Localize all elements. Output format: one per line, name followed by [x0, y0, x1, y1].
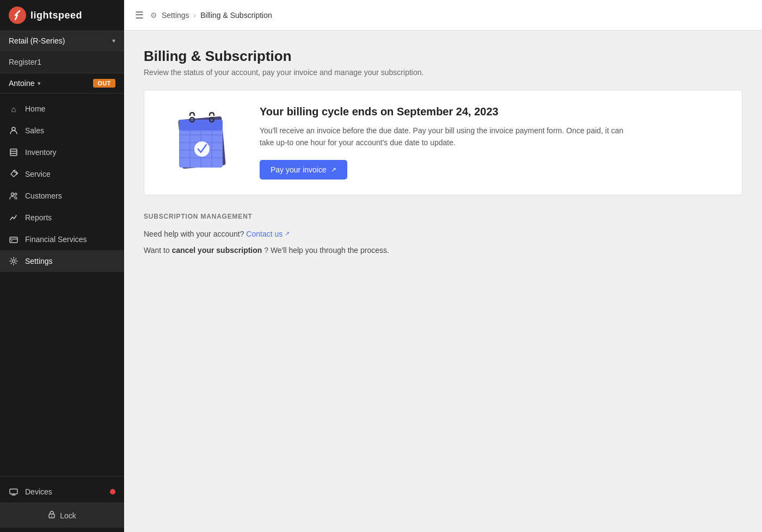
- svg-point-5: [11, 193, 14, 196]
- cancel-subscription-line: Want to cancel your subscription ? We'll…: [144, 244, 742, 256]
- breadcrumb-current: Billing & Subscription: [200, 11, 272, 20]
- store-name: Retail (R-Series): [9, 36, 65, 45]
- billing-cycle-title: Your billing cycle ends on September 24,…: [260, 106, 722, 118]
- breadcrumb-separator: ›: [194, 11, 196, 20]
- devices-left: Devices: [9, 487, 52, 497]
- lightspeed-logo-icon: [9, 7, 26, 24]
- svg-point-28: [194, 141, 210, 157]
- svg-point-15: [51, 516, 52, 517]
- subscription-management-section: SUBSCRIPTION MANAGEMENT Need help with y…: [144, 213, 742, 257]
- calendar-illustration: [164, 110, 240, 175]
- svg-rect-9: [11, 240, 13, 242]
- sidebar-nav: ⌂ Home Sales Inventory: [0, 94, 124, 476]
- store-selector[interactable]: Retail (R-Series) ▾: [0, 30, 124, 51]
- home-icon: ⌂: [9, 104, 19, 114]
- svg-rect-18: [179, 120, 223, 131]
- user-name: Antoine: [9, 79, 34, 88]
- sidebar-item-financial-services[interactable]: Financial Services: [0, 228, 124, 250]
- inventory-icon: [9, 147, 19, 157]
- sidebar-item-reports[interactable]: Reports: [0, 207, 124, 228]
- page-title: Billing & Subscription: [144, 48, 742, 65]
- svg-rect-11: [10, 489, 17, 494]
- logo-text: lightspeed: [30, 10, 82, 21]
- pay-invoice-label: Pay your invoice: [271, 165, 327, 174]
- sidebar-item-home[interactable]: ⌂ Home: [0, 98, 124, 120]
- cancel-subscription-bold: cancel your subscription: [172, 246, 262, 255]
- pay-invoice-button[interactable]: Pay your invoice ↗: [260, 160, 347, 180]
- breadcrumb: ⚙ Settings › Billing & Subscription: [150, 11, 272, 20]
- billing-card: Your billing cycle ends on September 24,…: [144, 90, 742, 195]
- sidebar: lightspeed Retail (R-Series) ▾ Register1…: [0, 0, 124, 532]
- register-label: Register1: [0, 51, 124, 73]
- sidebar-item-customers[interactable]: Customers: [0, 185, 124, 207]
- svg-point-10: [13, 260, 15, 263]
- main-content: ☰ ⚙ Settings › Billing & Subscription Bi…: [124, 0, 762, 532]
- sidebar-item-label: Sales: [25, 126, 44, 135]
- lock-button[interactable]: Lock: [0, 503, 124, 528]
- sidebar-item-devices[interactable]: Devices: [0, 481, 124, 503]
- svg-point-1: [12, 127, 15, 131]
- service-icon: [9, 169, 19, 179]
- settings-breadcrumb-icon: ⚙: [150, 11, 157, 20]
- hamburger-icon[interactable]: ☰: [135, 9, 144, 21]
- svg-rect-7: [10, 237, 17, 243]
- svg-point-6: [15, 193, 17, 195]
- user-name-area: Antoine ▾: [9, 79, 41, 88]
- contact-external-icon: ↗: [285, 229, 290, 239]
- sidebar-item-label: Settings: [25, 257, 53, 265]
- reports-icon: [9, 213, 19, 222]
- sidebar-item-service[interactable]: Service: [0, 163, 124, 185]
- sidebar-item-label: Inventory: [25, 148, 57, 157]
- user-row: Antoine ▾ OUT: [0, 73, 124, 94]
- contact-label: Contact us: [246, 228, 282, 240]
- sidebar-item-label: Financial Services: [25, 235, 87, 244]
- page-subtitle: Review the status of your account, pay y…: [144, 68, 742, 77]
- svg-rect-2: [10, 149, 17, 156]
- user-status-badge: OUT: [93, 79, 115, 88]
- billing-info: Your billing cycle ends on September 24,…: [260, 106, 722, 180]
- customers-icon: [9, 191, 19, 201]
- devices-alert-dot: [110, 489, 115, 494]
- topbar: ☰ ⚙ Settings › Billing & Subscription: [124, 0, 762, 30]
- cancel-text-prefix: Want to: [144, 246, 170, 255]
- contact-us-link[interactable]: Contact us ↗: [246, 228, 290, 240]
- sidebar-item-label: Service: [25, 170, 51, 178]
- content-area: Billing & Subscription Review the status…: [124, 30, 762, 532]
- lock-icon: [48, 511, 56, 520]
- devices-label: Devices: [25, 487, 52, 496]
- sidebar-item-label: Reports: [25, 213, 52, 222]
- settings-icon: [9, 256, 19, 266]
- sales-icon: [9, 126, 19, 135]
- user-chevron: ▾: [38, 80, 41, 87]
- sidebar-item-label: Home: [25, 104, 45, 113]
- lock-label: Lock: [60, 511, 76, 520]
- help-text-prefix: Need help with your account?: [144, 230, 244, 238]
- sidebar-item-settings[interactable]: Settings: [0, 250, 124, 272]
- help-text-line: Need help with your account? Contact us …: [144, 228, 742, 240]
- sidebar-logo: lightspeed: [0, 0, 124, 30]
- store-selector-chevron: ▾: [112, 37, 115, 45]
- sidebar-item-inventory[interactable]: Inventory: [0, 141, 124, 163]
- sidebar-item-sales[interactable]: Sales: [0, 120, 124, 141]
- external-link-icon: ↗: [331, 166, 336, 174]
- sidebar-item-label: Customers: [25, 191, 62, 200]
- billing-description: You'll receive an invoice before the due…: [260, 125, 630, 149]
- cancel-text-suffix: ? We'll help you through the process.: [264, 246, 389, 255]
- breadcrumb-settings[interactable]: Settings: [162, 11, 189, 20]
- financial-services-icon: [9, 234, 19, 244]
- devices-icon: [9, 487, 19, 497]
- sidebar-bottom: Devices Lock: [0, 476, 124, 532]
- subscription-section-title: SUBSCRIPTION MANAGEMENT: [144, 213, 742, 220]
